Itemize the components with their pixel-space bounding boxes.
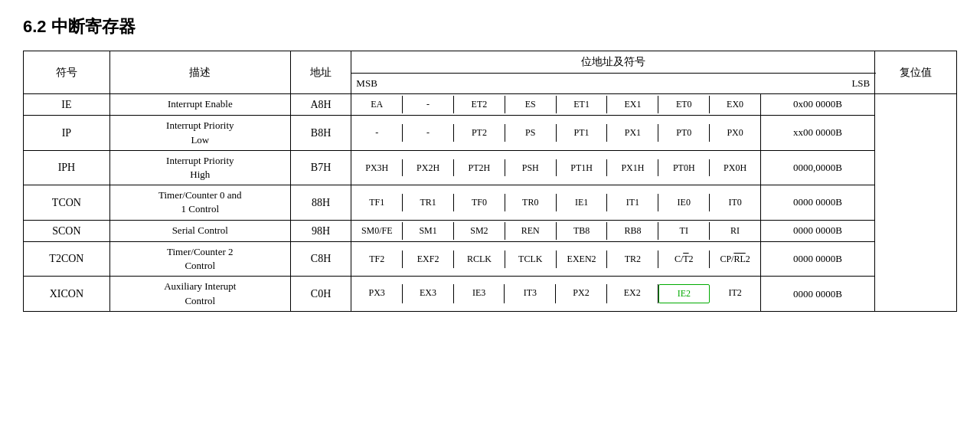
- bit-cell-6: PT0: [658, 124, 710, 142]
- bit-cell-3: IT3: [505, 284, 556, 303]
- bit-cell-0: SM0/FE: [351, 222, 403, 240]
- bit-cell-0: EA: [351, 96, 403, 113]
- table-row: IPHInterrupt PriorityHighB7HPX3HPX2HPT2H…: [24, 150, 957, 185]
- bit-cell-6: PT0H: [658, 159, 710, 177]
- bit-cell-1: -: [403, 96, 454, 113]
- bit-cell-5: EX2: [607, 284, 658, 303]
- bit-cell-7: EX0: [710, 96, 760, 113]
- bit-cell-7: IT0: [710, 194, 760, 211]
- bit-cell-7: IT2: [710, 284, 760, 303]
- cell-description: Timer/Counter 0 and1 Control: [109, 185, 290, 220]
- bit-cell-2: TF0: [454, 194, 505, 211]
- bit-cell-1: EXF2: [403, 250, 454, 268]
- bit-cell-5: IT1: [607, 194, 658, 211]
- col-header-address: 地址: [290, 51, 351, 94]
- cell-address: 98H: [290, 220, 351, 242]
- cell-symbol: IP: [24, 116, 110, 150]
- bit-cell-4: EXEN2: [557, 250, 608, 268]
- bit-cell-2: ET2: [454, 96, 505, 113]
- cell-symbol: XICON: [24, 277, 110, 311]
- cell-bits: PX3HPX2HPT2HPSHPT1HPX1HPT0HPX0H: [351, 150, 761, 185]
- bit-cell-2: RCLK: [454, 250, 505, 268]
- page-title: 6.2 中断寄存器: [23, 15, 957, 38]
- bit-cell-3: TCLK: [505, 250, 557, 268]
- cell-bits: --PT2PSPT1PX1PT0PX0: [351, 116, 761, 150]
- cell-address: 88H: [290, 185, 351, 220]
- cell-address: C0H: [290, 277, 351, 311]
- bit-cell-4: PT1: [557, 124, 608, 142]
- bit-cell-7: PX0: [710, 124, 760, 142]
- cell-reset: 0000 0000B: [760, 242, 874, 277]
- cell-description: Serial Control: [109, 220, 290, 242]
- table-row: XICONAuxiliary InteruptControlC0HPX3EX3I…: [24, 277, 957, 311]
- bit-cell-5: TR2: [607, 250, 658, 268]
- bit-cell-3: REN: [505, 222, 557, 240]
- bit-cell-0: TF2: [351, 250, 403, 268]
- bit-cell-1: SM1: [403, 222, 454, 240]
- bit-cell-5: EX1: [607, 96, 658, 113]
- bit-cell-3: TR0: [505, 194, 557, 211]
- cell-description: Timer/Counter 2Control: [109, 242, 290, 277]
- table-header-row: 符号 描述 地址 位地址及符号 复位值: [24, 51, 957, 74]
- table-row: T2CONTimer/Counter 2ControlC8HTF2EXF2RCL…: [24, 242, 957, 277]
- bit-cell-1: TR1: [403, 194, 454, 211]
- msb-label: MSB: [356, 77, 377, 90]
- bit-cell-0: -: [351, 124, 403, 142]
- cell-reset: 0000 0000B: [760, 220, 874, 242]
- bit-cell-2: SM2: [454, 222, 505, 240]
- col-header-bit-address: 位地址及符号: [351, 51, 875, 74]
- bit-cell-3: ES: [505, 96, 557, 113]
- bit-cell-1: PX2H: [403, 159, 454, 177]
- cell-description: Interrupt Enable: [109, 93, 290, 116]
- bit-cell-3: PSH: [505, 159, 557, 177]
- bit-cell-5: RB8: [607, 222, 658, 240]
- bit-cell-4: PT1H: [557, 159, 608, 177]
- bit-cell-6: C/T2: [658, 250, 710, 268]
- table-row: IPInterrupt PriorityLowB8H--PT2PSPT1PX1P…: [24, 116, 957, 150]
- bit-cell-6: IE2: [658, 284, 710, 303]
- cell-reset: 0000,0000B: [760, 150, 874, 185]
- bit-cell-6: IE0: [658, 194, 710, 211]
- cell-description: Interrupt PriorityHigh: [109, 150, 290, 185]
- bit-cell-0: PX3H: [351, 159, 403, 177]
- cell-reset: 0000 0000B: [760, 277, 874, 311]
- bit-cell-2: PT2: [454, 124, 505, 142]
- cell-bits: EA-ET2ESET1EX1ET0EX0: [351, 93, 761, 116]
- register-table: 符号 描述 地址 位地址及符号 复位值 MSB LSB IEInterrupt …: [23, 51, 957, 312]
- cell-address: A8H: [290, 93, 351, 116]
- cell-address: B7H: [290, 150, 351, 185]
- bit-cell-0: TF1: [351, 194, 403, 211]
- table-row: SCONSerial Control98HSM0/FESM1SM2RENTB8R…: [24, 220, 957, 242]
- bit-cell-3: PS: [505, 124, 557, 142]
- bit-cell-7: PX0H: [710, 159, 760, 177]
- bit-cell-4: ET1: [557, 96, 608, 113]
- bit-cell-1: -: [403, 124, 454, 142]
- col-header-reset: 复位值: [875, 51, 957, 94]
- bit-cell-1: EX3: [403, 284, 454, 303]
- bit-cell-6: ET0: [658, 96, 710, 113]
- bit-cell-5: PX1: [607, 124, 658, 142]
- cell-bits: SM0/FESM1SM2RENTB8RB8TIRI: [351, 220, 761, 242]
- col-header-description: 描述: [109, 51, 290, 94]
- cell-symbol: TCON: [24, 185, 110, 220]
- cell-reset: 0x00 0000B: [760, 93, 874, 116]
- bit-cell-0: PX3: [351, 284, 403, 303]
- bit-cell-2: PT2H: [454, 159, 505, 177]
- cell-symbol: SCON: [24, 220, 110, 242]
- cell-bits: TF2EXF2RCLKTCLKEXEN2TR2C/T2CP/RL2: [351, 242, 761, 277]
- cell-address: B8H: [290, 116, 351, 150]
- bit-cell-4: IE1: [557, 194, 608, 211]
- bit-cell-4: TB8: [557, 222, 608, 240]
- bit-cell-5: PX1H: [607, 159, 658, 177]
- bit-cell-6: TI: [658, 222, 710, 240]
- msb-lsb-row: MSB LSB: [351, 73, 875, 93]
- cell-address: C8H: [290, 242, 351, 277]
- bit-cell-2: IE3: [454, 284, 505, 303]
- cell-bits: PX3EX3IE3IT3PX2EX2IE2IT2: [351, 277, 761, 311]
- cell-symbol: IE: [24, 93, 110, 116]
- cell-description: Auxiliary InteruptControl: [109, 277, 290, 311]
- cell-symbol: T2CON: [24, 242, 110, 277]
- cell-reset: xx00 0000B: [760, 116, 874, 150]
- cell-description: Interrupt PriorityLow: [109, 116, 290, 150]
- cell-symbol: IPH: [24, 150, 110, 185]
